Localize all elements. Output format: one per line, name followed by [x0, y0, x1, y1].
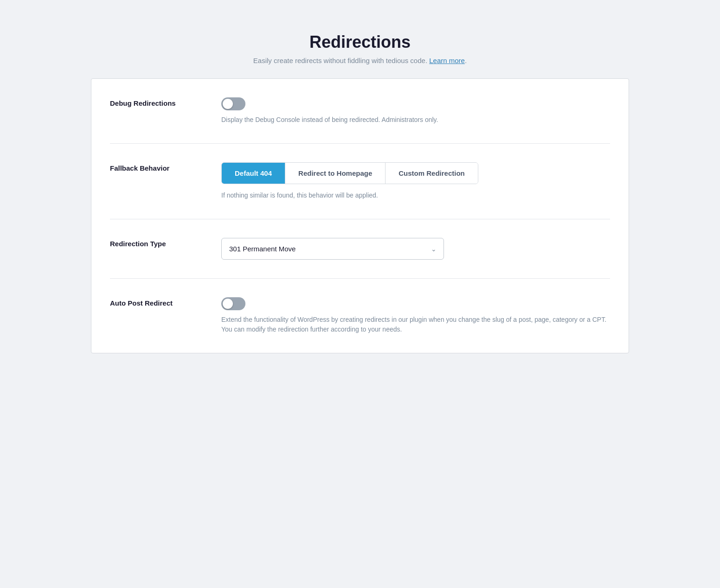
- auto-post-toggle-wrapper: [221, 297, 610, 310]
- debug-toggle-wrapper: [221, 97, 610, 110]
- redirection-type-label: Redirection Type: [110, 238, 221, 248]
- debug-redirections-description: Display the Debug Console instead of bei…: [221, 115, 610, 125]
- page-title: Redirections: [100, 32, 620, 52]
- toggle-thumb: [223, 99, 233, 109]
- debug-redirections-control: Display the Debug Console instead of bei…: [221, 97, 610, 125]
- fallback-behavior-control: Default 404 Redirect to Homepage Custom …: [221, 162, 610, 200]
- debug-redirections-toggle[interactable]: [221, 97, 245, 110]
- auto-post-redirect-label: Auto Post Redirect: [110, 297, 221, 307]
- fallback-behavior-row: Fallback Behavior Default 404 Redirect t…: [110, 144, 610, 219]
- fallback-behavior-label: Fallback Behavior: [110, 162, 221, 172]
- debug-redirections-row: Debug Redirections Display the Debug Con…: [110, 79, 610, 144]
- btn-default404[interactable]: Default 404: [222, 163, 285, 184]
- redirection-type-select[interactable]: 301 Permanent Move 302 Temporary Redirec…: [221, 238, 444, 260]
- fallback-behavior-button-group: Default 404 Redirect to Homepage Custom …: [221, 162, 478, 184]
- toggle-thumb-2: [223, 299, 233, 309]
- auto-post-redirect-description: Extend the functionality of WordPress by…: [221, 315, 610, 334]
- auto-post-redirect-row: Auto Post Redirect Extend the functional…: [110, 279, 610, 353]
- redirection-type-select-wrapper: 301 Permanent Move 302 Temporary Redirec…: [221, 238, 444, 260]
- learn-more-link[interactable]: Learn more: [429, 57, 465, 64]
- page-header: Redirections Easily create redirects wit…: [91, 19, 629, 78]
- fallback-behavior-description: If nothing similar is found, this behavi…: [221, 191, 610, 200]
- debug-redirections-label: Debug Redirections: [110, 97, 221, 107]
- btn-custom-redirection[interactable]: Custom Redirection: [386, 163, 478, 184]
- auto-post-redirect-control: Extend the functionality of WordPress by…: [221, 297, 610, 334]
- redirection-type-row: Redirection Type 301 Permanent Move 302 …: [110, 219, 610, 279]
- auto-post-redirect-toggle[interactable]: [221, 297, 245, 310]
- redirection-type-control: 301 Permanent Move 302 Temporary Redirec…: [221, 238, 610, 260]
- page-wrapper: Redirections Easily create redirects wit…: [82, 0, 638, 372]
- page-subtitle: Easily create redirects without fiddling…: [100, 57, 620, 64]
- btn-redirect-homepage[interactable]: Redirect to Homepage: [285, 163, 386, 184]
- settings-card: Debug Redirections Display the Debug Con…: [91, 78, 629, 353]
- subtitle-text: Easily create redirects without fiddling…: [253, 57, 427, 64]
